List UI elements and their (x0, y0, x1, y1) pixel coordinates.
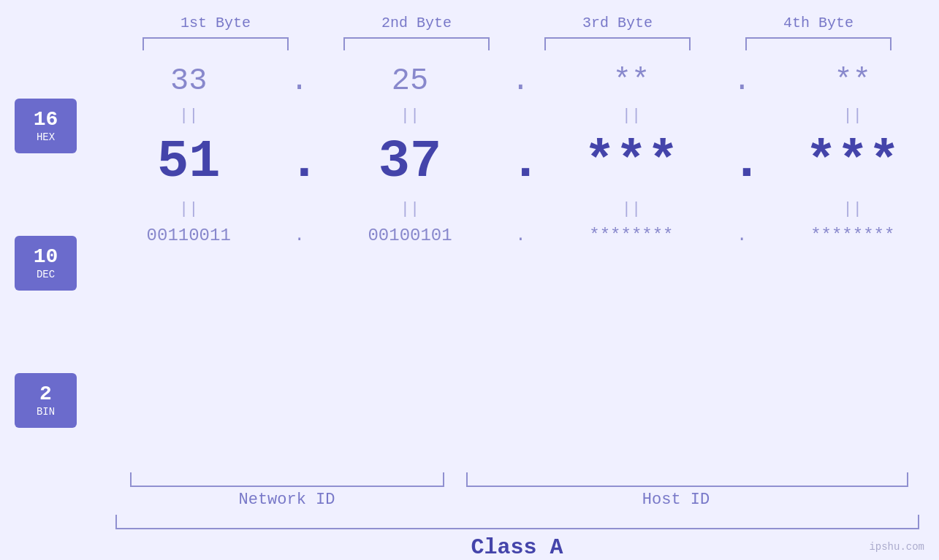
hex-dot2: . (509, 64, 531, 99)
byte4-header: 4th Byte (731, 15, 906, 31)
sep1-b2: || (337, 107, 483, 125)
host-bracket (466, 472, 908, 487)
bracket-byte3 (544, 37, 691, 50)
byte3-header: 3rd Byte (530, 15, 705, 31)
bin-dot2: . (509, 226, 531, 245)
byte-headers: 1st Byte 2nd Byte 3rd Byte 4th Byte (115, 15, 919, 31)
dec-byte2: 37 (337, 132, 483, 192)
bin-byte1: 00110011 (115, 226, 262, 245)
bin-dot1: . (289, 226, 311, 245)
dec-byte1: 51 (115, 132, 262, 192)
hex-byte1: 33 (115, 64, 262, 99)
host-id-label: Host ID (444, 491, 908, 509)
sep1-b1: || (115, 107, 262, 125)
network-bracket (130, 472, 444, 487)
watermark: ipshu.com (869, 541, 924, 553)
bin-label: BIN (37, 406, 55, 418)
bin-byte4: ******** (780, 226, 926, 245)
base-labels: 16 HEX 10 DEC 2 BIN (0, 58, 102, 469)
hex-badge: 16 HEX (15, 99, 77, 153)
hex-values-row: 33 . 25 . ** . ** (102, 58, 939, 104)
dec-dot3: . (731, 132, 753, 192)
bin-values-row: 00110011 . 00100101 . ******** . *******… (102, 220, 939, 251)
sep2-b1: || (115, 200, 262, 218)
hex-dot3: . (731, 64, 753, 99)
bracket-byte1 (142, 37, 289, 50)
hex-byte2: 25 (337, 64, 483, 99)
byte1-header: 1st Byte (128, 15, 303, 31)
bracket-byte4 (745, 37, 892, 50)
byte2-header: 2nd Byte (329, 15, 504, 31)
bin-badge: 2 BIN (15, 373, 77, 428)
sep2-b4: || (780, 200, 926, 218)
hex-dot1: . (289, 64, 311, 99)
sep2-b3: || (558, 200, 704, 218)
dec-byte4: *** (780, 132, 926, 192)
dec-byte3: *** (558, 132, 704, 192)
hex-byte3: ** (558, 64, 704, 99)
hex-byte4: ** (780, 64, 926, 99)
class-wrapper: Class A (115, 515, 919, 560)
dec-dot2: . (509, 132, 531, 192)
sep-row-1: || || || || (102, 104, 939, 126)
dec-badge: 10 DEC (15, 236, 77, 291)
dec-values-row: 51 . 37 . *** . *** (102, 126, 939, 198)
sep1-b3: || (558, 107, 704, 125)
dec-dot1: . (289, 132, 311, 192)
id-labels: Network ID Host ID (115, 491, 919, 509)
top-brackets (115, 37, 919, 50)
sep1-b4: || (780, 107, 926, 125)
values-area: 33 . 25 . ** . ** || || || || 51 (102, 58, 939, 469)
dec-label: DEC (37, 269, 55, 280)
network-id-label: Network ID (130, 491, 444, 509)
main-grid: 16 HEX 10 DEC 2 BIN 33 . 25 . ** . ** (0, 58, 939, 469)
bracket-byte2 (343, 37, 490, 50)
sep2-b2: || (337, 200, 483, 218)
bin-number: 2 (39, 383, 52, 406)
dec-number: 10 (34, 246, 58, 269)
class-bracket (115, 515, 919, 529)
bin-dot3: . (731, 226, 753, 245)
hex-number: 16 (34, 109, 58, 131)
main-container: 1st Byte 2nd Byte 3rd Byte 4th Byte 16 H… (0, 0, 939, 560)
sep-row-2: || || || || (102, 198, 939, 220)
bin-byte3: ******** (558, 226, 704, 245)
hex-label: HEX (37, 131, 55, 143)
class-label: Class A (115, 535, 919, 560)
bottom-brackets (115, 472, 919, 487)
bin-byte2: 00100101 (337, 226, 483, 245)
